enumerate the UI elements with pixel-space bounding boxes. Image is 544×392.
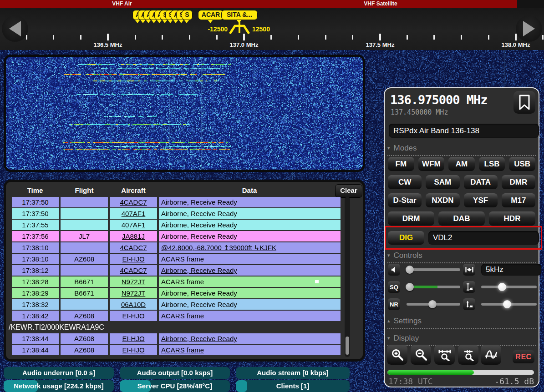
spectrum-toggle-button[interactable] xyxy=(481,345,501,365)
data-cell[interactable]: ACARS frame xyxy=(159,345,341,355)
waterfall-colors-button[interactable] xyxy=(463,281,475,293)
mode-button-cw[interactable]: CW xyxy=(388,175,422,189)
mode-button-dig[interactable]: DIG xyxy=(388,231,424,245)
bookmark-pill[interactable]: S xyxy=(182,10,193,20)
mode-button-dstar[interactable]: D-Star xyxy=(388,193,422,207)
waterfall-auto-button[interactable] xyxy=(463,298,475,310)
aircraft-link[interactable]: 4CADC7 xyxy=(110,242,157,253)
aircraft-link[interactable]: EI-HJO xyxy=(110,311,157,321)
zoom-in-button[interactable] xyxy=(387,345,407,365)
minor-tick xyxy=(542,35,544,40)
mode-button-hdr[interactable]: HDR xyxy=(489,211,535,226)
table-scrollbar[interactable] xyxy=(345,197,350,357)
status-bar-label: Network usage [224.2 kbps] xyxy=(4,380,114,392)
aircraft-link[interactable]: EI-HJO xyxy=(110,333,157,344)
section-header-settings[interactable]: ▴Settings xyxy=(387,317,536,329)
zoom-out-full-button[interactable] xyxy=(458,345,478,365)
time-cell: 17:38:32 xyxy=(12,299,59,310)
mode-button-lsb[interactable]: LSB xyxy=(479,157,505,171)
section-header-display[interactable]: ▾Display xyxy=(387,334,536,346)
mute-button[interactable] xyxy=(388,264,400,276)
data-cell[interactable]: @42.8000,-68.7000 ↥39000ft ↳KJFK xyxy=(159,242,341,253)
zoom-out-button[interactable] xyxy=(411,345,431,365)
time-cell: 17:38:28 xyxy=(12,276,59,287)
bandwidth-select[interactable]: 5kHz xyxy=(481,264,541,276)
bookmark-tail xyxy=(135,20,140,23)
mode-button-dab[interactable]: DAB xyxy=(438,211,485,226)
noise-reduction-slider[interactable] xyxy=(407,298,460,310)
mode-button-nxdn[interactable]: NXDN xyxy=(426,193,459,207)
mode-row: FMWFMAMLSBUSB xyxy=(388,157,535,171)
waterfall-max-slider[interactable] xyxy=(481,298,537,310)
waterfall-panel[interactable] xyxy=(4,55,365,172)
auto-adjust-icon xyxy=(465,300,474,308)
data-cell: ACARS frame xyxy=(159,254,341,264)
bookmark-pill[interactable]: ACAR xyxy=(198,10,224,20)
waterfall-canvas[interactable] xyxy=(6,57,363,170)
tuned-frequency[interactable]: 136.975000 MHz xyxy=(390,93,488,107)
mode-button-sam[interactable]: SAM xyxy=(426,175,459,189)
mode-button-ysf[interactable]: YSF xyxy=(464,193,498,207)
bookmark-icon xyxy=(519,95,530,110)
time-cell: 17:37:55 xyxy=(12,220,59,230)
flight-cell: AZ608 xyxy=(61,345,108,355)
message-table-panel: Time Flight Aircraft Data Clear 17:37:50… xyxy=(4,180,365,362)
minor-tick xyxy=(189,35,190,40)
signal-level: -61.5 dB xyxy=(494,377,534,386)
aircraft-link[interactable]: N972JT xyxy=(110,288,157,298)
aircraft-link[interactable]: 407AF1 xyxy=(110,220,157,230)
frequency-tick-label: 137.5 MHz xyxy=(366,41,395,48)
message-row: 17:38:44AZ608EI-HJOACARS frame xyxy=(6,345,363,355)
bookmark-tail xyxy=(140,20,146,23)
data-cell: ACARS frame xyxy=(159,276,341,287)
message-text-row: /KEWR.TI2/000KEWRA1A9C xyxy=(9,322,336,332)
profile-select[interactable]: RSPdx Air Band 136-138 xyxy=(389,124,539,138)
minor-tick xyxy=(162,35,163,40)
squelch-slider[interactable] xyxy=(407,281,460,293)
zoom-selection-button[interactable] xyxy=(434,345,455,365)
data-cell[interactable]: Airborne, Receive Ready xyxy=(159,333,341,344)
mode-button-fm[interactable]: FM xyxy=(388,157,414,171)
data-cell[interactable]: Airborne, Receive Ready xyxy=(159,265,341,276)
aircraft-link[interactable]: EI-HJO xyxy=(110,345,157,355)
filter-high-label: 12500 xyxy=(252,25,270,33)
aircraft-link[interactable]: JA881J xyxy=(110,231,157,241)
volume-slider[interactable] xyxy=(407,264,460,276)
scrollbar-thumb[interactable] xyxy=(346,337,349,355)
flight-cell: JL7 xyxy=(61,231,108,241)
mode-button-m17[interactable]: M17 xyxy=(502,193,535,207)
waterfall-min-slider[interactable] xyxy=(481,281,537,293)
mode-row: D-StarNXDNYSFM17 xyxy=(388,193,535,207)
data-cell[interactable]: ACARS frame xyxy=(159,311,341,321)
audio-buffer-bar xyxy=(387,370,534,375)
data-cell: Airborne, Receive Ready xyxy=(159,231,341,241)
frequency-scale[interactable]: AAAAASSASSACARSITA &... -12500 12500 136… xyxy=(0,8,544,50)
clear-button[interactable]: Clear xyxy=(335,184,362,198)
aircraft-link[interactable]: N972JT xyxy=(110,276,157,287)
bookmark-pill[interactable]: SITA &... xyxy=(221,10,258,20)
flight-cell xyxy=(61,299,108,310)
aircraft-link[interactable]: 4CADC7 xyxy=(110,265,157,276)
section-header-controls[interactable]: ▾Controls xyxy=(387,251,536,263)
aircraft-link[interactable]: 06A10D xyxy=(110,299,157,310)
aircraft-link[interactable]: EI-HJO xyxy=(110,254,157,264)
bookmark-save-button[interactable] xyxy=(513,91,535,114)
noise-reduction-button[interactable]: NR xyxy=(388,298,400,310)
record-button[interactable]: REC xyxy=(513,350,534,363)
aircraft-link[interactable]: 4CADC7 xyxy=(110,197,157,207)
passband-icon[interactable] xyxy=(229,22,250,35)
waterfall-colors-icon xyxy=(465,283,474,291)
mode-button-drm[interactable]: DRM xyxy=(388,211,434,226)
mode-button-data[interactable]: DATA xyxy=(464,175,498,189)
squelch-button[interactable]: SQ xyxy=(388,281,400,293)
section-header-modes[interactable]: ▾Modes xyxy=(387,144,536,156)
mode-button-wfm[interactable]: WFM xyxy=(418,157,445,171)
column-header-flight: Flight xyxy=(75,186,94,194)
aircraft-link[interactable]: 407AF1 xyxy=(110,208,157,219)
speaker-icon xyxy=(390,266,398,274)
mode-button-usb[interactable]: USB xyxy=(509,157,535,171)
mode-button-am[interactable]: AM xyxy=(448,157,475,171)
mode-button-dmr[interactable]: DMR xyxy=(502,175,535,189)
bandwidth-button[interactable] xyxy=(463,264,475,276)
digital-mode-select[interactable]: VDL2 xyxy=(428,231,539,245)
